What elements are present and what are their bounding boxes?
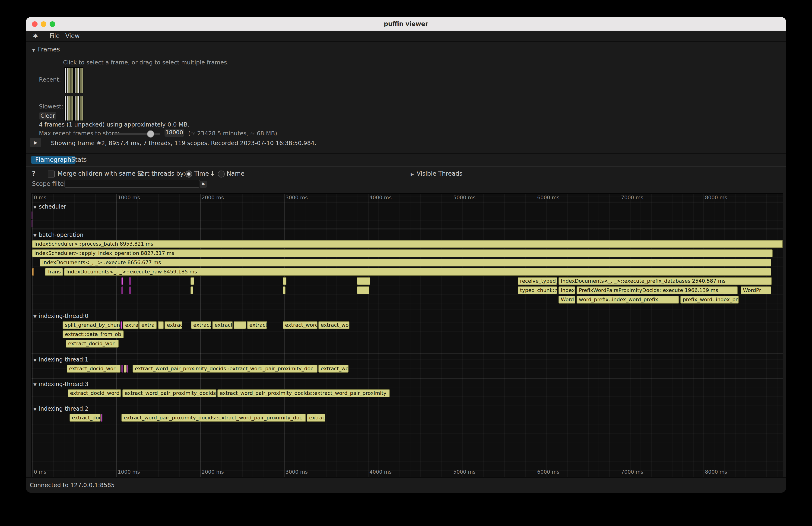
tab-stats[interactable]: Stats: [67, 156, 91, 164]
flame-bar[interactable]: [121, 277, 123, 285]
flame-bar[interactable]: [120, 321, 122, 329]
slowest-frames-thumbnail[interactable]: [74, 96, 84, 121]
flame-bar[interactable]: Word: [559, 296, 575, 304]
thread-header[interactable]: ▼indexing-thread:0: [33, 313, 88, 319]
flame-bar[interactable]: WordPr: [741, 287, 771, 294]
merge-children-checkbox[interactable]: [48, 171, 55, 177]
sort-by-name-label[interactable]: Name: [227, 170, 245, 177]
flame-bar[interactable]: [121, 365, 123, 372]
flame-bar[interactable]: PrefixWordPairsProximityDocids::execute …: [577, 287, 738, 294]
flame-bar[interactable]: [190, 277, 194, 285]
flame-bar[interactable]: prefix_word::index_prefix_wo: [680, 296, 739, 304]
flame-bar[interactable]: [283, 287, 286, 294]
sort-direction-arrow-icon[interactable]: ↓: [210, 170, 215, 177]
flame-bar[interactable]: extract: [123, 321, 139, 329]
flame-bar[interactable]: IndexDocuments<_, _>::execute 8656.677 m…: [40, 259, 771, 266]
flame-bar[interactable]: [121, 287, 123, 294]
frames-header-label: Frames: [38, 46, 60, 53]
thread-header[interactable]: ▼indexing-thread:2: [33, 406, 88, 412]
slowest-frames-thumbnail[interactable]: [64, 96, 74, 121]
clear-frames-button[interactable]: Clear: [39, 112, 57, 120]
thread-header[interactable]: ▼indexing-thread:3: [33, 381, 88, 388]
recent-frames-thumbnail[interactable]: [64, 67, 74, 93]
flame-bar[interactable]: extract_word_pair_proximity_docids::extr…: [217, 389, 390, 397]
play-pause-button[interactable]: ▶: [30, 138, 42, 148]
flame-bar[interactable]: typed_chunk::w: [518, 287, 557, 294]
puffin-viewer-window: puffin viewer ✱ File View ▼ Frames Click…: [26, 17, 786, 493]
frame-status-text: Showing frame #2, 8957.4 ms, 7 threads, …: [51, 140, 316, 146]
time-axis-label: 5000 ms: [453, 469, 476, 475]
collapse-triangle-icon: ▼: [33, 407, 37, 411]
flame-bar[interactable]: receive_typed_: [518, 277, 557, 285]
flame-bar[interactable]: [127, 365, 128, 372]
flame-bar[interactable]: [234, 321, 246, 329]
flame-bar[interactable]: extract_docid_wor: [66, 340, 119, 348]
flame-bar[interactable]: [124, 365, 127, 372]
flame-bar[interactable]: Trans: [45, 268, 63, 276]
time-axis-label: 7000 ms: [621, 469, 643, 475]
flame-bar[interactable]: [129, 287, 131, 294]
flame-bar[interactable]: extract_word: [283, 321, 318, 329]
flame-bar[interactable]: [31, 220, 32, 228]
status-bar: Connected to 127.0.0.1:8585: [26, 477, 786, 493]
flame-bar[interactable]: IndexDocuments<_, _>::execute_raw 8459.1…: [64, 268, 771, 276]
flame-bar[interactable]: IndexDocuments<_, _>::execute_prefix_dat…: [559, 277, 772, 285]
flame-bar[interactable]: [31, 211, 32, 219]
flame-bar[interactable]: extract_word_pair_proximity_docids: [122, 389, 216, 397]
flame-bar[interactable]: extract_: [191, 321, 211, 329]
sort-by-time-radio[interactable]: [185, 171, 192, 177]
flame-bar[interactable]: index: [559, 287, 575, 294]
sort-by-time-label[interactable]: Time: [194, 170, 209, 177]
flame-bar[interactable]: extract_docid_word: [68, 389, 121, 397]
merge-children-label[interactable]: Merge children with same ID: [57, 170, 144, 177]
time-axis-label: 2000 ms: [202, 469, 224, 475]
flame-bar[interactable]: extrac: [307, 414, 325, 422]
time-axis-label: 1000 ms: [118, 195, 140, 201]
flame-bar[interactable]: split_grenad_by_chun: [62, 321, 120, 329]
flame-bar[interactable]: extract: [247, 321, 267, 329]
flame-bar[interactable]: word_prefix::index_word_prefix: [577, 296, 679, 304]
flamegraph-canvas[interactable]: 0 ms1000 ms2000 ms3000 ms4000 ms5000 ms6…: [31, 193, 783, 477]
recent-frames-label: Recent:: [39, 76, 61, 83]
flame-bar[interactable]: [190, 287, 193, 294]
max-frames-slider-knob[interactable]: [147, 130, 154, 138]
section-separator: [31, 403, 783, 403]
thread-header[interactable]: ▼scheduler: [33, 203, 66, 210]
flame-bar[interactable]: [357, 277, 370, 285]
flame-bar[interactable]: extrac: [164, 321, 182, 329]
thread-name: batch-operation: [39, 232, 84, 238]
flame-bar[interactable]: extract_wo: [318, 365, 349, 372]
flame-bar[interactable]: [158, 321, 164, 329]
frames-collapsible-header[interactable]: ▼ Frames: [32, 46, 60, 53]
visible-threads-header[interactable]: ▶ Visible Threads: [411, 170, 463, 177]
flame-bar[interactable]: extract_doc: [70, 414, 101, 422]
flame-bar[interactable]: extra: [139, 321, 157, 329]
flame-bar[interactable]: extract_word_pair_proximity_docids::extr…: [121, 414, 306, 422]
thread-header[interactable]: ▼indexing-thread:1: [33, 356, 88, 363]
max-frames-value[interactable]: 18000: [164, 129, 184, 137]
clear-filter-button[interactable]: ✖: [199, 180, 207, 188]
flame-bar[interactable]: extract_word_pair_proximity_docids::extr…: [133, 365, 318, 372]
window-title: puffin viewer: [26, 20, 786, 27]
menu-view[interactable]: View: [66, 32, 80, 39]
menu-file[interactable]: File: [49, 32, 60, 39]
flame-bar[interactable]: [357, 287, 369, 294]
flame-bar[interactable]: extract_wo: [318, 321, 349, 329]
theme-toggle-icon[interactable]: ✱: [33, 32, 38, 39]
visible-threads-label: Visible Threads: [417, 170, 463, 177]
flame-bar[interactable]: extract_: [212, 321, 233, 329]
flame-bar[interactable]: IndexScheduler>::process_batch 8953.821 …: [32, 240, 783, 248]
thread-header[interactable]: ▼batch-operation: [33, 232, 84, 238]
recent-frames-thumbnail[interactable]: [74, 67, 84, 93]
help-button[interactable]: ?: [32, 170, 35, 177]
flame-bar[interactable]: [101, 414, 102, 422]
flame-bar[interactable]: IndexScheduler>::apply_index_operation 8…: [32, 249, 773, 257]
section-separator: [31, 229, 783, 229]
flame-bar[interactable]: extract::data_from_ob: [62, 331, 124, 338]
flame-bar[interactable]: extract_docid_wor: [67, 365, 120, 372]
sort-by-name-radio[interactable]: [218, 171, 225, 177]
flame-bar[interactable]: [283, 277, 287, 285]
scope-filter-input[interactable]: [64, 180, 200, 188]
flame-bar[interactable]: [32, 268, 34, 276]
flame-bar[interactable]: [129, 277, 131, 285]
